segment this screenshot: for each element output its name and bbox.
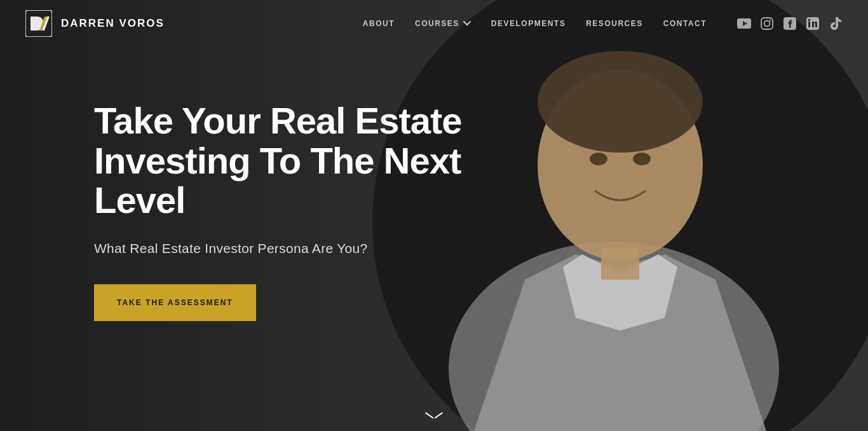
hero-title: Take Your Real Estate Investing To The N… <box>94 101 501 221</box>
scroll-down-button[interactable] <box>425 403 443 413</box>
hero-content: Take Your Real Estate Investing To The N… <box>94 101 501 321</box>
nav-link-resources[interactable]: RESOURCES <box>586 19 643 28</box>
social-icons <box>737 17 843 31</box>
hero-section: DARREN VOROS ABOUT COURSES DEVELOPMENTS … <box>0 0 868 431</box>
linkedin-icon[interactable] <box>806 17 820 31</box>
svg-point-14 <box>808 19 811 22</box>
logo-area[interactable]: DARREN VOROS <box>25 10 165 37</box>
dv-logo-icon <box>25 10 52 37</box>
svg-point-3 <box>590 153 607 165</box>
nav-links: ABOUT COURSES DEVELOPMENTS RESOURCES CON… <box>363 17 843 31</box>
cta-assessment-button[interactable]: TAKE THE ASSESSMENT <box>94 284 256 321</box>
svg-rect-13 <box>808 22 810 27</box>
hero-subtitle: What Real Estate Investor Persona Are Yo… <box>94 241 501 256</box>
svg-point-4 <box>633 153 651 165</box>
brand-name: DARREN VOROS <box>61 17 165 30</box>
courses-chevron-icon <box>463 21 471 26</box>
svg-rect-8 <box>761 18 773 29</box>
nav-link-developments[interactable]: DEVELOPMENTS <box>491 19 566 28</box>
svg-rect-5 <box>601 248 639 280</box>
chevron-down-icon <box>425 403 443 413</box>
svg-point-10 <box>770 20 771 21</box>
instagram-icon[interactable] <box>760 17 774 31</box>
svg-point-9 <box>764 21 770 27</box>
nav-link-courses[interactable]: COURSES <box>415 19 471 28</box>
nav-link-contact[interactable]: CONTACT <box>663 19 707 28</box>
facebook-icon[interactable] <box>783 17 797 31</box>
tiktok-icon[interactable] <box>829 17 843 31</box>
navbar: DARREN VOROS ABOUT COURSES DEVELOPMENTS … <box>0 0 868 47</box>
youtube-icon[interactable] <box>737 17 751 31</box>
svg-point-2 <box>538 51 703 153</box>
nav-link-about[interactable]: ABOUT <box>363 19 395 28</box>
